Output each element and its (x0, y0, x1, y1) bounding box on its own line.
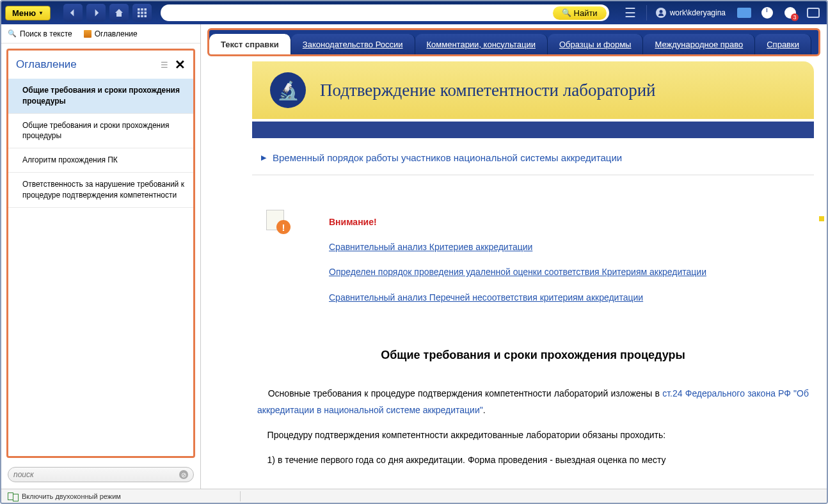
notice-link[interactable]: Определен порядок проведения удаленной о… (329, 267, 706, 277)
svg-rect-8 (144, 15, 147, 18)
toc-items: Общие требования и сроки прохождения про… (8, 79, 193, 456)
toc-search: ⊘ (8, 467, 194, 482)
document-tabs: Текст справки Законодательство России Ко… (207, 28, 820, 56)
svg-rect-3 (138, 12, 140, 14)
list-options-icon[interactable]: ☰ (161, 60, 168, 70)
paragraph: Основные требования к процедуре подтверж… (252, 381, 814, 423)
user-name: work\kderyagina (670, 8, 726, 17)
microscope-icon: 🔬 (270, 72, 306, 108)
svg-rect-1 (141, 8, 143, 11)
back-button[interactable] (63, 4, 83, 22)
find-button[interactable]: Найти (553, 6, 607, 20)
toc-item[interactable]: Общие требования и сроки прохождения про… (8, 79, 193, 114)
notice-block: ! Внимание! Сравнительный анализ Критери… (252, 175, 814, 317)
dual-window-icon (8, 492, 18, 500)
timer-button[interactable]: 3 (783, 6, 797, 20)
close-icon[interactable]: ✕ (175, 57, 186, 72)
svg-rect-2 (144, 8, 147, 11)
user-info[interactable]: work\kderyagina (651, 8, 731, 18)
clear-search-icon[interactable]: ⊘ (179, 470, 188, 479)
tab-intl-law[interactable]: Международное право (643, 34, 755, 54)
sidebar-tab-toc[interactable]: Оглавление (84, 29, 138, 38)
svg-point-9 (659, 10, 662, 13)
folder-button[interactable] (737, 6, 751, 20)
document-title: Подтверждение компетентности лабораторий (320, 81, 656, 100)
tab-references[interactable]: Справки (755, 34, 811, 54)
margin-marker[interactable] (819, 216, 824, 221)
header-bar (252, 122, 814, 138)
apps-button[interactable] (132, 4, 152, 22)
toc-controls: ☰ ✕ (161, 57, 186, 72)
toc-item[interactable]: Ответственность за нарушение требований … (8, 173, 193, 208)
warning-doc-icon: ! (266, 210, 291, 234)
main-area: Поиск в тексте Оглавление Оглавление ☰ ✕… (1, 24, 827, 489)
document-header: 🔬 Подтверждение компетентности лаборатор… (252, 61, 814, 119)
svg-rect-5 (144, 12, 147, 14)
forward-button[interactable] (86, 4, 106, 22)
notice-link[interactable]: Сравнительный анализ Перечней несоответс… (329, 292, 643, 303)
tab-comments[interactable]: Комментарии, консультации (415, 34, 548, 54)
menu-button[interactable]: Меню (5, 6, 51, 20)
home-button[interactable] (109, 4, 129, 22)
toc-title: Оглавление (16, 58, 77, 71)
statusbar: Включить двухоконный режим (1, 489, 827, 503)
global-search-input[interactable] (170, 8, 553, 18)
folder-icon (737, 8, 751, 18)
content: Текст справки Законодательство России Ко… (201, 24, 827, 489)
toc-panel: Оглавление ☰ ✕ Общие требования и сроки … (6, 49, 195, 458)
chat-icon (807, 8, 820, 18)
expand-arrow-icon: ▶ (261, 154, 266, 162)
tab-forms[interactable]: Образцы и формы (548, 34, 644, 54)
tab-text[interactable]: Текст справки (209, 34, 291, 54)
clock-button[interactable] (760, 6, 774, 20)
svg-rect-6 (138, 15, 140, 18)
divider (646, 5, 647, 20)
sidebar-tab-search[interactable]: Поиск в тексте (8, 29, 72, 38)
expand-label: Временный порядок работы участников наци… (273, 152, 622, 163)
document-body[interactable]: 🔬 Подтверждение компетентности лаборатор… (201, 56, 827, 489)
toc-icon (84, 30, 92, 38)
toc-header: Оглавление ☰ ✕ (8, 51, 193, 79)
user-avatar-icon (656, 8, 666, 18)
toc-item[interactable]: Алгоритм прохождения ПК (8, 148, 193, 173)
tab-legislation[interactable]: Законодательство России (291, 34, 415, 54)
global-search: Найти (161, 4, 609, 21)
hamburger-menu[interactable]: ☰ (618, 5, 642, 20)
attention-label: Внимание! (329, 210, 706, 235)
sidebar-tabs: Поиск в тексте Оглавление (1, 24, 200, 43)
sidebar: Поиск в тексте Оглавление Оглавление ☰ ✕… (1, 24, 201, 489)
svg-rect-7 (141, 15, 143, 18)
paragraph: Процедуру подтверждения компетентности а… (252, 423, 814, 448)
svg-rect-0 (138, 8, 140, 11)
expandable-section[interactable]: ▶ Временный порядок работы участников на… (252, 138, 814, 175)
section-heading: Общие требования и сроки прохождения про… (252, 317, 814, 381)
divider (240, 491, 241, 501)
clock-icon (761, 7, 773, 19)
toc-search-input[interactable] (13, 470, 179, 479)
notice-content: Внимание! Сравнительный анализ Критериев… (329, 210, 706, 310)
notice-link[interactable]: Сравнительный анализ Критериев аккредита… (329, 242, 532, 252)
dual-mode-toggle[interactable]: Включить двухоконный режим (22, 492, 121, 500)
toc-item[interactable]: Общие требования и сроки прохождения про… (8, 114, 193, 149)
chat-button[interactable] (806, 6, 820, 20)
svg-rect-4 (141, 12, 143, 14)
topbar: Меню Найти ☰ work\kderyagina 3 (1, 1, 827, 24)
notification-badge: 3 (791, 13, 799, 21)
paragraph: 1) в течение первого года со дня аккреди… (252, 448, 814, 473)
